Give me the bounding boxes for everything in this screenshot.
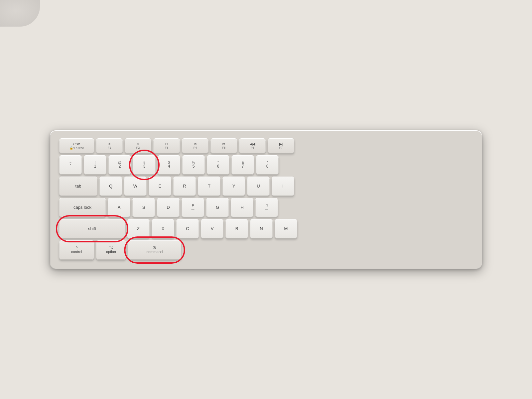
home-row: caps lock A S D F — G H J — — [59, 198, 473, 217]
key-f5[interactable]: ⧉ F5 — [210, 138, 237, 153]
key-tab[interactable]: tab — [59, 177, 97, 196]
key-x[interactable]: X — [152, 219, 174, 238]
copy-icon: ⧉ — [194, 142, 197, 146]
key-w[interactable]: W — [124, 177, 147, 196]
key-f4[interactable]: ⧉ F4 — [182, 138, 208, 153]
key-f[interactable]: F — — [182, 198, 204, 217]
key-option[interactable]: ⌥ option — [96, 240, 126, 260]
rewind-icon: ◀◀ — [250, 142, 255, 146]
keyboard-rows: esc 🔒:Fn+esc ☀ F1 ☀ F2 ✂ F3 ⧉ F4 ⧉ F5 — [59, 138, 473, 260]
bottom-row: ^ control ⌥ option ⌘ command — [59, 240, 473, 260]
key-g[interactable]: G — [206, 198, 229, 217]
key-t[interactable]: T — [198, 177, 220, 196]
key-j[interactable]: J — — [255, 198, 278, 217]
paste-icon: ⧉ — [222, 142, 225, 146]
key-v[interactable]: V — [201, 219, 223, 238]
key-esc-sub: 🔒:Fn+esc — [69, 147, 84, 150]
key-2[interactable]: @ 2 — [108, 155, 131, 175]
brightness-high-icon: ☀ — [136, 142, 140, 146]
key-z[interactable]: Z — [127, 219, 150, 238]
key-control[interactable]: ^ control — [59, 240, 94, 260]
number-row: ~ ` ! 1 @ 2 # 3 $ 4 % 5 — [59, 155, 473, 175]
play-pause-icon: ▶| — [279, 142, 283, 146]
key-r[interactable]: R — [173, 177, 196, 196]
fn-row: esc 🔒:Fn+esc ☀ F1 ☀ F2 ✂ F3 ⧉ F4 ⧉ F5 — [59, 138, 473, 153]
key-esc-label: esc — [73, 141, 80, 147]
key-backtick[interactable]: ~ ` — [59, 155, 82, 175]
key-f4-label: F4 — [194, 146, 197, 150]
key-s[interactable]: S — [132, 198, 155, 217]
key-3[interactable]: # 3 — [133, 155, 156, 175]
key-f6-label: F6 — [251, 146, 254, 150]
key-c[interactable]: C — [176, 219, 199, 238]
key-4[interactable]: $ 4 — [158, 155, 180, 175]
key-f2[interactable]: ☀ F2 — [125, 138, 151, 153]
command-icon: ⌘ — [153, 245, 157, 250]
brightness-low-icon: ☀ — [108, 142, 111, 146]
key-f6[interactable]: ◀◀ F6 — [239, 138, 266, 153]
key-b[interactable]: B — [225, 219, 248, 238]
key-d[interactable]: D — [157, 198, 180, 217]
keyboard: esc 🔒:Fn+esc ☀ F1 ☀ F2 ✂ F3 ⧉ F4 ⧉ F5 — [50, 130, 482, 269]
key-8[interactable]: * 8 — [256, 155, 279, 175]
qwerty-row: tab Q W E R T Y U I — [59, 177, 473, 196]
option-icon: ⌥ — [109, 245, 113, 250]
key-f7[interactable]: ▶| F7 — [268, 138, 294, 153]
key-6[interactable]: ^ 6 — [207, 155, 229, 175]
key-i[interactable]: I — [272, 177, 294, 196]
key-f3[interactable]: ✂ F3 — [153, 138, 180, 153]
key-shift-left[interactable]: shift — [59, 219, 125, 238]
key-e[interactable]: E — [149, 177, 171, 196]
shift-row: shift Z X C V B N M — [59, 219, 473, 238]
key-a[interactable]: A — [108, 198, 130, 217]
key-7[interactable]: & 7 — [231, 155, 254, 175]
key-f2-label: F2 — [136, 146, 140, 150]
key-m[interactable]: M — [275, 219, 297, 238]
mouse-corner — [0, 0, 40, 27]
key-f7-label: F7 — [279, 146, 283, 150]
key-f3-label: F3 — [165, 146, 169, 150]
control-icon: ^ — [76, 246, 77, 250]
key-caps-lock[interactable]: caps lock — [59, 198, 106, 217]
key-1[interactable]: ! 1 — [84, 155, 106, 175]
key-u[interactable]: U — [247, 177, 270, 196]
key-h[interactable]: H — [231, 198, 253, 217]
key-y[interactable]: Y — [222, 177, 245, 196]
key-command[interactable]: ⌘ command — [128, 240, 181, 260]
key-f1[interactable]: ☀ F1 — [96, 138, 123, 153]
key-f1-label: F1 — [108, 146, 111, 150]
key-5[interactable]: % 5 — [182, 155, 205, 175]
key-esc[interactable]: esc 🔒:Fn+esc — [59, 138, 94, 153]
key-f5-label: F5 — [222, 146, 226, 150]
cut-icon: ✂ — [165, 142, 168, 146]
key-q[interactable]: Q — [99, 177, 122, 196]
key-n[interactable]: N — [250, 219, 273, 238]
